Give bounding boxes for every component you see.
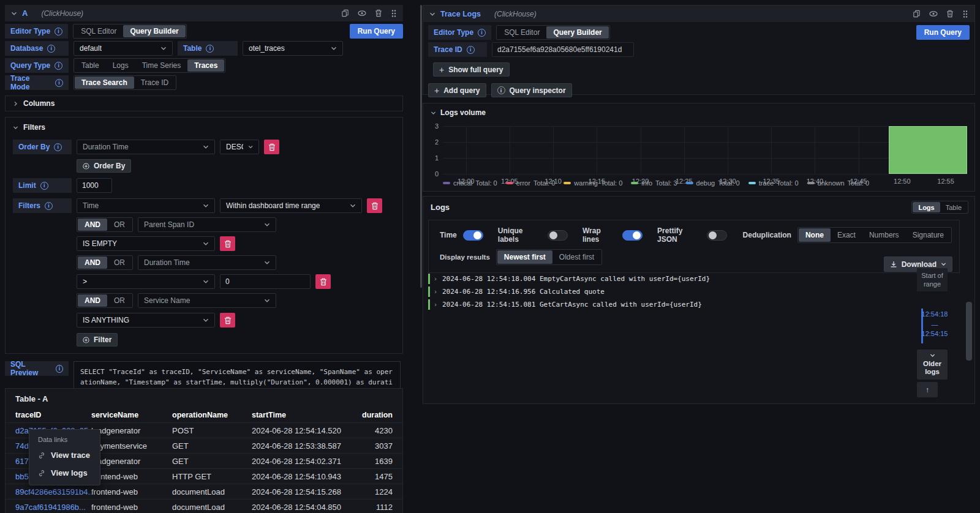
delete-query-trash-icon[interactable] (946, 10, 954, 18)
log-row[interactable]: › 2024-06-28 12:54:18.004 EmptyCartAsync… (428, 272, 710, 285)
expand-log-chevron-icon[interactable]: › (434, 301, 439, 308)
filter-value-input[interactable] (220, 274, 311, 289)
info-icon[interactable]: i (206, 45, 214, 53)
trace-id-option[interactable]: Trace ID (134, 77, 176, 89)
time-toggle[interactable] (463, 230, 483, 241)
legend-item-info[interactable]: infoTotal: 3 (631, 179, 677, 187)
database-select[interactable]: default (74, 41, 173, 56)
run-query-button[interactable]: Run Query (350, 24, 403, 39)
filter-field-select[interactable]: Parent Span ID (138, 217, 276, 232)
or-option[interactable]: OR (107, 219, 132, 231)
order-by-direction-select[interactable]: DESC (220, 140, 259, 154)
log-row[interactable]: › 2024-06-28 12:54:15.081 GetCartAsync c… (428, 298, 710, 311)
remove-filter-button[interactable] (367, 198, 382, 213)
info-icon[interactable]: i (467, 46, 475, 54)
drag-handle-icon[interactable] (962, 10, 968, 18)
info-icon[interactable]: i (47, 45, 55, 53)
info-icon[interactable]: i (55, 79, 63, 87)
info-icon[interactable]: i (55, 28, 62, 36)
sql-editor-option[interactable]: SQL Editor (497, 26, 546, 39)
hide-query-eye-icon[interactable] (358, 10, 366, 17)
and-option[interactable]: AND (78, 219, 107, 231)
info-logs-bar[interactable] (889, 126, 967, 174)
info-icon[interactable]: i (55, 62, 62, 70)
query-type-timeseries[interactable]: Time Series (135, 59, 188, 72)
filter-operator-select[interactable]: IS ANYTHING (77, 313, 215, 328)
add-order-by-button[interactable]: Order By (77, 159, 131, 173)
trace-id-input[interactable] (492, 42, 634, 57)
query-type-traces[interactable]: Traces (187, 59, 224, 72)
left-pane-scrollbar[interactable] (420, 5, 422, 288)
view-trace-link[interactable]: View trace (38, 451, 90, 460)
view-logs-option[interactable]: Logs (913, 202, 940, 212)
filter-operator-select[interactable]: > (77, 274, 215, 289)
trace-id-link[interactable]: 89cf4286e631591b4... (15, 484, 91, 499)
drag-handle-icon[interactable] (391, 9, 397, 18)
legend-item-debug[interactable]: debugTotal: 0 (686, 179, 740, 187)
filter-field-select[interactable]: Time (77, 198, 215, 213)
filter-field-select[interactable]: Duration Time (138, 255, 276, 270)
delete-query-trash-icon[interactable] (375, 9, 382, 17)
dedup-exact-option[interactable]: Exact (831, 228, 862, 242)
logs-volume-header[interactable]: Logs volume (423, 103, 974, 117)
and-option[interactable]: AND (78, 294, 107, 307)
or-option[interactable]: OR (107, 256, 132, 269)
remove-filter-button[interactable] (220, 236, 235, 251)
query-type-table[interactable]: Table (75, 59, 106, 72)
trace-id-link[interactable]: 9a7caf61941986b... (15, 500, 91, 513)
view-logs-link[interactable]: View logs (38, 468, 90, 477)
log-row[interactable]: › 2024-06-28 12:54:16.956 Calculated quo… (428, 285, 710, 298)
columns-section[interactable]: Columns (5, 95, 403, 111)
col-header-duration[interactable]: duration (350, 407, 393, 422)
older-logs-button[interactable]: Older logs (917, 350, 948, 380)
show-full-query-button[interactable]: +Show full query (433, 62, 510, 77)
query-builder-option[interactable]: Query Builder (546, 26, 608, 39)
prettify-json-toggle[interactable] (707, 230, 727, 241)
legend-item-critical[interactable]: criticalTotal: 0 (443, 179, 497, 187)
info-icon[interactable]: i (40, 182, 48, 190)
or-option[interactable]: OR (107, 294, 132, 307)
collapse-chevron-icon[interactable] (11, 10, 17, 17)
info-icon[interactable]: i (478, 29, 486, 37)
info-icon[interactable]: i (56, 365, 63, 373)
info-icon[interactable]: i (45, 202, 53, 210)
view-table-option[interactable]: Table (940, 202, 967, 212)
expand-log-chevron-icon[interactable]: › (434, 288, 439, 295)
trace-search-option[interactable]: Trace Search (75, 77, 134, 89)
legend-item-warning[interactable]: warningTotal: 0 (564, 179, 622, 187)
add-filter-button[interactable]: Filter (77, 333, 118, 346)
legend-item-error[interactable]: errorTotal: 0 (506, 179, 556, 187)
wrap-lines-toggle[interactable] (622, 230, 643, 241)
table-select[interactable]: otel_traces (243, 41, 343, 56)
duplicate-query-icon[interactable] (341, 9, 349, 17)
dedup-numbers-option[interactable]: Numbers (862, 228, 906, 242)
unique-labels-toggle[interactable] (548, 230, 568, 241)
and-option[interactable]: AND (78, 256, 107, 269)
info-icon[interactable]: i (54, 143, 62, 151)
query-inspector-button[interactable]: iQuery inspector (491, 83, 572, 97)
col-header-operationname[interactable]: operationName (172, 407, 252, 422)
legend-item-trace[interactable]: traceTotal: 0 (748, 179, 799, 187)
duplicate-query-icon[interactable] (913, 10, 921, 18)
logs-scrollbar[interactable] (966, 302, 972, 361)
remove-filter-button[interactable] (220, 313, 235, 328)
limit-input[interactable] (77, 178, 112, 193)
query-builder-option[interactable]: Query Builder (123, 25, 185, 37)
dedup-none-option[interactable]: None (799, 228, 831, 242)
scroll-to-top-button[interactable]: ↑ (917, 382, 938, 397)
add-query-button[interactable]: +Add query (428, 83, 486, 97)
run-query-button[interactable]: Run Query (916, 25, 970, 40)
legend-item-unknown[interactable]: unknownTotal: 0 (807, 179, 870, 187)
filter-operator-select[interactable]: Within dashboard time range (220, 198, 362, 213)
col-header-starttime[interactable]: startTime (252, 407, 350, 422)
col-header-servicename[interactable]: serviceName (91, 407, 172, 422)
expand-log-chevron-icon[interactable]: › (434, 275, 439, 282)
filter-field-select[interactable]: Service Name (138, 293, 276, 308)
remove-order-by-button[interactable] (264, 140, 279, 154)
oldest-first-option[interactable]: Oldest first (552, 250, 601, 264)
collapse-chevron-icon[interactable] (429, 11, 435, 17)
order-by-field-select[interactable]: Duration Time (77, 140, 215, 154)
col-header-traceid[interactable]: traceID (15, 407, 91, 422)
remove-filter-button[interactable] (315, 274, 331, 289)
dedup-signature-option[interactable]: Signature (906, 228, 951, 242)
